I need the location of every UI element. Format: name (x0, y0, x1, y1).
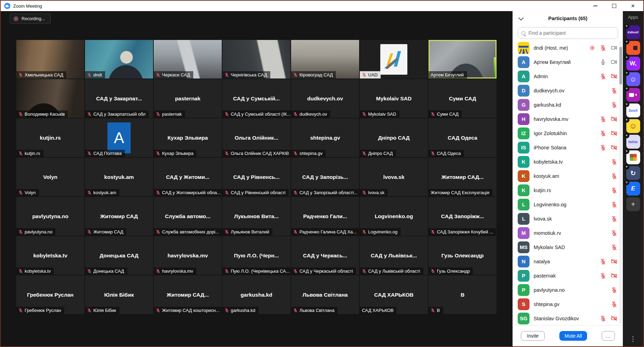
add-app-badge-icon[interactable]: + (624, 133, 629, 138)
participant-row[interactable]: Ppavlyutyna.no (513, 283, 623, 297)
video-tile[interactable]: garkusha.kdgarkusha.kd (222, 275, 290, 314)
add-app-badge-icon[interactable]: + (624, 102, 629, 107)
video-tile[interactable]: Гузь ОлександрГузь Олександр (429, 236, 497, 275)
participant-row[interactable]: Mmomotiuk.rv (513, 226, 623, 240)
participant-row[interactable]: Sshtepina.gv (513, 297, 623, 311)
video-tile[interactable]: Радченко Гали...Радченко Галина САД Ха..… (291, 197, 359, 236)
participant-row[interactable]: IZIgor Zolotukhin (513, 126, 623, 140)
add-app-badge-icon[interactable]: + (624, 86, 629, 91)
participant-row[interactable]: MSMykolaiv SAD (513, 240, 623, 254)
participant-row[interactable]: LLogvinenko.og (513, 197, 623, 212)
chevron-down-icon[interactable] (518, 15, 524, 21)
video-tile[interactable]: kobyletska.tvkobyletska.tv (16, 236, 84, 275)
add-app-badge-icon[interactable]: + (624, 117, 629, 123)
video-tile[interactable]: pasternakpasternak (154, 79, 222, 118)
video-tile[interactable]: dndi (85, 40, 153, 79)
participant-row[interactable]: Nnatalya (513, 254, 623, 268)
add-app-badge-icon[interactable]: + (624, 164, 629, 170)
participants-scrollbar[interactable] (619, 41, 622, 324)
add-app-badge-icon[interactable]: + (624, 180, 629, 185)
participant-row[interactable]: Ddudkevych.ov (513, 83, 623, 98)
add-app-badge-icon[interactable]: + (624, 55, 629, 60)
video-tile[interactable]: САД у Львівськ...САД у Львівській област… (360, 236, 428, 275)
participant-row[interactable]: Ggarkusha.kd (513, 98, 623, 112)
video-tile[interactable]: ВВ (429, 275, 497, 314)
video-tile[interactable]: САД у Сумській...САД у Сумській області … (222, 79, 290, 118)
participant-row[interactable]: Kkostyuk.am (513, 169, 623, 183)
video-tile[interactable]: САД Запоріжж...САД Запоріжжя Кочубей ... (429, 197, 497, 236)
video-tile[interactable]: UAD (360, 40, 428, 79)
video-tile[interactable]: lvova.sklvova.sk (360, 158, 428, 196)
video-tile[interactable]: Кіровоград САД (291, 40, 359, 79)
add-app-badge-icon[interactable]: + (624, 24, 629, 29)
scrollbar-thumb[interactable] (619, 47, 622, 84)
search-input[interactable] (528, 30, 614, 36)
video-tile[interactable]: Житомир САДЖитомир САД (85, 197, 153, 236)
video-tile[interactable]: VolynVolyn (16, 158, 84, 196)
video-tile[interactable]: САД у Черкась...САД у Черкаській області (291, 236, 359, 275)
tile-label-text: САД ХАРЬКОВ (362, 308, 393, 313)
video-tile[interactable]: Кухар ЭльвираКухар Эльвира (154, 118, 222, 157)
video-tile[interactable]: Mykolaiv SADMykolaiv SAD (360, 79, 428, 118)
recording-badge[interactable]: Recording... (10, 14, 51, 24)
video-tile[interactable]: САД ОдесаСАД Одеса (429, 118, 497, 157)
tile-label-text: САД Одеса (437, 151, 461, 156)
participant-row[interactable]: Hhavrylovska.mv (513, 112, 623, 126)
add-app-button[interactable]: + (626, 197, 640, 211)
tile-label-text: Пую Л.О. (Чернівецька СА... (231, 268, 290, 274)
participant-row[interactable]: ISiPhone Solana (513, 140, 623, 155)
tile-name-label: САД у Черкаській області (291, 267, 356, 275)
video-tile[interactable]: Суми САДСуми САД (429, 79, 497, 118)
video-tile[interactable]: Львова СвітланаЛьвова Світлана (291, 275, 359, 314)
video-tile[interactable]: Черкаси САД (154, 40, 222, 79)
invite-button[interactable]: Invite (521, 331, 545, 341)
mute-all-button[interactable]: Mute All (559, 331, 587, 341)
video-tile[interactable]: САД у Закарпат...САД у Закарпатській обл (85, 79, 153, 118)
video-tile[interactable]: Ольга Олійник...Ольга Олійник САД ХАРКІВ (222, 118, 290, 157)
video-tile[interactable]: shtepina.gvshtepina.gv (291, 118, 359, 157)
video-tile[interactable]: Артем Безуглий (429, 40, 497, 79)
video-tile[interactable]: Пую Л.О. (Черн...Пую Л.О. (Чернівецька С… (222, 236, 290, 275)
video-tile[interactable]: САД у Рівненсь...САД у Рівненській облас… (222, 158, 290, 196)
participant-row[interactable]: Llvova.sk (513, 212, 623, 226)
participant-row[interactable]: Kkobyletska.tv (513, 155, 623, 169)
close-button[interactable]: × (630, 3, 636, 9)
video-tile[interactable]: AСАД Полтава (85, 118, 153, 157)
video-tile[interactable]: Служба автомо...Служба автомобіних дорі.… (154, 197, 222, 236)
video-tile[interactable]: САД у Житоми...САД у Житомирській обла..… (154, 158, 222, 196)
participant-row[interactable]: SGStanislav Gvozdikov (513, 311, 623, 325)
add-app-badge-icon[interactable]: + (624, 71, 629, 76)
video-tile[interactable]: Logvinenko.ogLogvinenko.og (360, 197, 428, 236)
maximize-button[interactable] (611, 3, 617, 9)
video-tile[interactable]: dudkevych.ovdudkevych.ov (291, 79, 359, 118)
apps-more-icon[interactable]: ⋮ (630, 335, 636, 343)
video-tile[interactable]: САД ХАРЬКОВСАД ХАРЬКОВ (360, 275, 428, 314)
video-tile[interactable]: Лукьянов Вита...Лукьянов Виталий (222, 197, 290, 236)
participant-row[interactable]: AAdmin (513, 69, 623, 83)
participant-row[interactable]: Ppasternak (513, 268, 623, 283)
participant-row[interactable]: Kkutjin.rs (513, 183, 623, 197)
tile-name-label: kobyletska.tv (16, 267, 54, 275)
participant-row[interactable]: dndi (Host, me) (513, 41, 623, 55)
video-tile[interactable]: kostyuk.amkostyuk.am (85, 158, 153, 196)
video-tile[interactable]: pavlyutyna.nopavlyutyna.no (16, 197, 84, 236)
video-tile[interactable]: havrylovska.mvhavrylovska.mv (154, 236, 222, 275)
video-tile[interactable]: САД у Запорізь...САД у Запорізькій облас… (291, 158, 359, 196)
add-app-badge-icon[interactable]: + (624, 149, 629, 154)
video-tile[interactable]: Житомир САД...Житомир САД кошторисн... (154, 275, 222, 314)
tile-label-text: Logvinenko.og (368, 229, 398, 234)
minimize-button[interactable] (593, 3, 598, 9)
video-tile[interactable]: Володимир Каськів (16, 79, 84, 118)
more-options-button[interactable]: … (602, 331, 615, 341)
video-tile[interactable]: Дніпро САДДніпро САД (360, 118, 428, 157)
video-tile[interactable]: Чернігівська САД (222, 40, 290, 79)
video-tile[interactable]: Донецька САДДонецька САД (85, 236, 153, 275)
video-tile[interactable]: Гребенюк РусланГребенюк Руслан (16, 275, 84, 314)
video-tile[interactable]: Хмельницька САД (16, 40, 84, 79)
participant-row[interactable]: AАртем Безуглий (513, 55, 623, 69)
avatar: M (518, 227, 529, 239)
add-app-badge-icon[interactable]: + (624, 39, 629, 44)
video-tile[interactable]: Юлія БібикЮлія Бібик (85, 275, 153, 314)
video-tile[interactable]: kutjin.rskutjin.rs (16, 118, 84, 157)
video-tile[interactable]: Житомир САД...Житомир САД Експлуатація (429, 158, 497, 196)
